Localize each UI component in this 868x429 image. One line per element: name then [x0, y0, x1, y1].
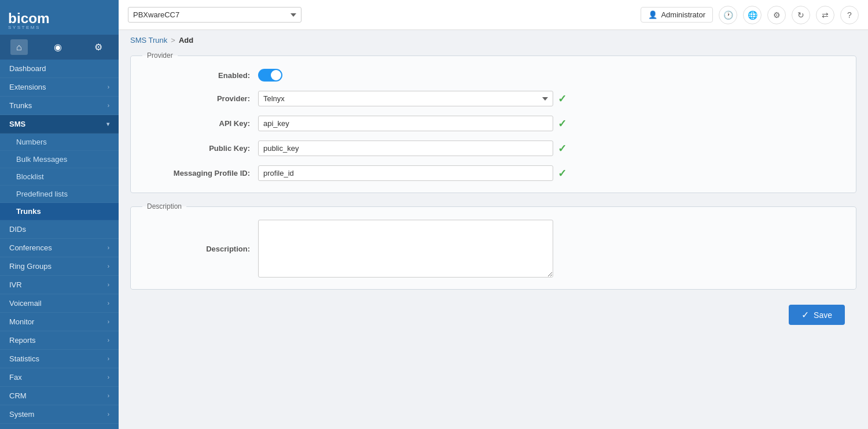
sidebar-item-fax[interactable]: Fax ›	[0, 368, 119, 387]
sidebar-logo: bicom SYSTEMS	[0, 0, 119, 35]
provider-legend: Provider	[142, 51, 178, 60]
public-key-row: Public Key: ✓	[142, 140, 844, 156]
page-content: Provider Enabled: Provider: Telnyx	[119, 48, 868, 429]
messaging-profile-label: Messaging Profile ID:	[142, 169, 258, 177]
sidebar-item-monitor[interactable]: Monitor ›	[0, 313, 119, 331]
chevron-right-icon: ›	[108, 102, 109, 109]
help-icon-btn[interactable]: ?	[840, 6, 859, 24]
sidebar: bicom SYSTEMS ⌂ ◉ ⚙ Dashboard Extensions…	[0, 0, 119, 429]
chevron-right-icon: ›	[108, 282, 109, 288]
chevron-right-icon: ›	[108, 411, 109, 417]
chevron-right-icon: ›	[108, 84, 109, 90]
description-label: Description:	[142, 245, 258, 253]
api-key-row: API Key: ✓	[142, 116, 844, 131]
chevron-down-icon: ▾	[106, 121, 109, 127]
description-row: Description:	[142, 220, 844, 278]
sidebar-item-dashboard[interactable]: Dashboard	[0, 60, 119, 78]
provider-row: Provider: Telnyx ✓	[142, 91, 844, 106]
sidebar-subitem-bulk-messages[interactable]: Bulk Messages	[0, 151, 119, 168]
enabled-toggle[interactable]	[258, 69, 282, 82]
sidebar-subitem-predefined-lists[interactable]: Predefined lists	[0, 186, 119, 203]
description-section: Description Description:	[130, 202, 856, 290]
public-key-check-icon: ✓	[558, 142, 567, 155]
sidebar-item-ring-groups[interactable]: Ring Groups ›	[0, 257, 119, 276]
breadcrumb-parent[interactable]: SMS Trunk	[130, 36, 167, 45]
public-key-label: Public Key:	[142, 144, 258, 153]
enabled-row: Enabled:	[142, 69, 844, 82]
chevron-right-icon: ›	[108, 245, 109, 251]
provider-select[interactable]: Telnyx	[258, 91, 553, 106]
sidebar-subitem-numbers[interactable]: Numbers	[0, 134, 119, 151]
sidebar-subitem-trunks[interactable]: Trunks	[0, 203, 119, 220]
sidebar-item-conferences[interactable]: Conferences ›	[0, 239, 119, 257]
svg-text:bicom: bicom	[8, 10, 50, 26]
api-key-label: API Key:	[142, 119, 258, 128]
sidebar-item-extensions[interactable]: Extensions ›	[0, 78, 119, 97]
save-check-icon: ✓	[801, 309, 809, 320]
sidebar-item-ivr[interactable]: IVR ›	[0, 276, 119, 294]
config-icon-btn[interactable]: ⚙	[89, 39, 108, 55]
clock-icon-btn[interactable]: 🕐	[719, 6, 737, 24]
messaging-profile-control: ✓	[258, 165, 844, 181]
messaging-profile-input[interactable]	[258, 165, 553, 181]
sidebar-item-voicemail[interactable]: Voicemail ›	[0, 294, 119, 313]
svg-text:SYSTEMS: SYSTEMS	[8, 25, 41, 29]
chevron-right-icon: ›	[108, 356, 109, 362]
save-button[interactable]: ✓ Save	[789, 305, 845, 325]
messaging-profile-check-icon: ✓	[558, 167, 567, 180]
description-legend: Description	[142, 202, 186, 210]
api-key-control: ✓	[258, 116, 844, 131]
description-textarea[interactable]	[258, 220, 553, 278]
provider-control: Telnyx ✓	[258, 91, 844, 106]
sidebar-item-routes[interactable]: Routes	[0, 424, 119, 429]
breadcrumb-current: Add	[179, 36, 193, 45]
sidebar-top-icons: ⌂ ◉ ⚙	[0, 35, 119, 60]
settings-icon-btn[interactable]: ⚙	[767, 6, 786, 24]
enabled-control	[258, 69, 844, 82]
sync-icon-btn[interactable]: ⇄	[816, 6, 834, 24]
sidebar-item-sms[interactable]: SMS ▾	[0, 115, 119, 134]
user-menu[interactable]: 👤 Administrator	[641, 7, 713, 23]
network-icon-btn[interactable]: ◉	[48, 39, 68, 55]
chevron-right-icon: ›	[108, 393, 109, 399]
provider-label: Provider:	[142, 94, 258, 103]
sidebar-nav: Dashboard Extensions › Trunks › SMS ▾ Nu…	[0, 60, 119, 429]
public-key-input[interactable]	[258, 140, 553, 156]
home-icon-btn[interactable]: ⌂	[10, 39, 28, 55]
topbar: PBXwareCC7 👤 Administrator 🕐 🌐 ⚙ ↻ ⇄ ?	[119, 0, 868, 30]
sidebar-item-statistics[interactable]: Statistics ›	[0, 350, 119, 368]
chevron-right-icon: ›	[108, 337, 109, 343]
api-key-input[interactable]	[258, 116, 553, 131]
globe-icon-btn[interactable]: 🌐	[743, 6, 762, 24]
public-key-control: ✓	[258, 140, 844, 156]
toggle-slider	[258, 69, 282, 82]
enabled-label: Enabled:	[142, 71, 258, 80]
chevron-right-icon: ›	[108, 319, 109, 325]
provider-section: Provider Enabled: Provider: Telnyx	[130, 51, 856, 193]
breadcrumb-separator: >	[171, 36, 175, 45]
sidebar-subitem-blocklist[interactable]: Blocklist	[0, 168, 119, 186]
breadcrumb: SMS Trunk > Add	[119, 30, 868, 48]
sidebar-item-dids[interactable]: DIDs	[0, 220, 119, 239]
api-key-check-icon: ✓	[558, 117, 567, 130]
messaging-profile-row: Messaging Profile ID: ✓	[142, 165, 844, 181]
provider-check-icon: ✓	[558, 93, 567, 105]
sidebar-item-system[interactable]: System ›	[0, 405, 119, 424]
pbx-select[interactable]: PBXwareCC7	[128, 7, 301, 23]
chevron-right-icon: ›	[108, 263, 109, 269]
description-control	[258, 220, 844, 278]
sidebar-item-reports[interactable]: Reports ›	[0, 331, 119, 350]
chevron-right-icon: ›	[108, 374, 109, 380]
main-content: PBXwareCC7 👤 Administrator 🕐 🌐 ⚙ ↻ ⇄ ? S…	[119, 0, 868, 429]
chevron-right-icon: ›	[108, 300, 109, 306]
user-icon: 👤	[648, 10, 657, 19]
sidebar-item-trunks[interactable]: Trunks ›	[0, 97, 119, 115]
form-actions: ✓ Save	[130, 299, 856, 327]
sidebar-item-crm[interactable]: CRM ›	[0, 387, 119, 405]
refresh-icon-btn[interactable]: ↻	[792, 6, 810, 24]
